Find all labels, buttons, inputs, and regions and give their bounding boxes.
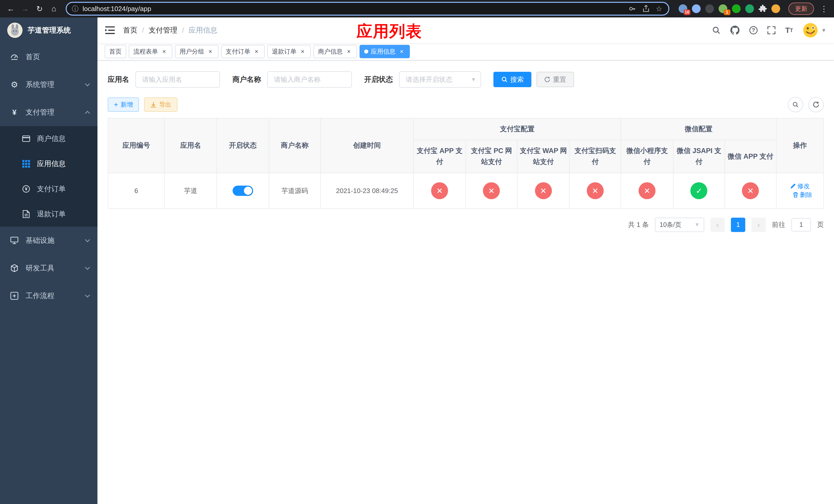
browser-update-button[interactable]: 更新: [788, 3, 814, 15]
extension-notes-icon[interactable]: [745, 4, 754, 13]
browser-profile-avatar[interactable]: [771, 4, 780, 13]
browser-menu-icon[interactable]: ⋮: [820, 4, 828, 13]
edit-button[interactable]: 修改: [790, 182, 810, 190]
breadcrumb-home[interactable]: 首页: [123, 25, 137, 35]
tab-label: 退款订单: [272, 47, 297, 55]
alipay-app-status-icon: ✕: [431, 182, 448, 199]
sidebar-item-merchant-info[interactable]: 商户信息: [0, 126, 97, 151]
cell-created: 2021-10-23 08:49:25: [321, 173, 414, 209]
search-button[interactable]: 搜索: [493, 72, 531, 87]
github-icon[interactable]: [730, 26, 740, 35]
bookmark-star-icon[interactable]: ☆: [656, 5, 662, 13]
filter-app-name: 应用名: [108, 71, 220, 88]
extension-profile-icon[interactable]: 1: [719, 4, 727, 13]
forward-icon[interactable]: →: [19, 2, 32, 15]
close-icon[interactable]: ×: [207, 48, 214, 55]
extension-badge: 10: [684, 9, 690, 15]
extensions-puzzle-icon[interactable]: [759, 5, 767, 13]
tab-label: 商户信息: [318, 47, 343, 55]
merchant-name-label: 商户名称: [232, 75, 261, 84]
menu-label: 首页: [26, 52, 40, 62]
reset-button[interactable]: 重置: [536, 72, 574, 87]
export-button-label: 导出: [159, 100, 171, 109]
export-button[interactable]: 导出: [144, 97, 177, 112]
sidebar-item-devtools[interactable]: 研发工具: [0, 254, 97, 282]
dashboard-icon: [10, 53, 19, 61]
add-button[interactable]: + 新增: [108, 97, 139, 112]
tab-label: 支付订单: [226, 47, 250, 55]
refresh-button[interactable]: [808, 97, 824, 112]
next-page-button[interactable]: ›: [751, 217, 766, 232]
goto-page-input[interactable]: [791, 218, 811, 231]
page-1-button[interactable]: 1: [731, 217, 745, 232]
extension-grid-icon[interactable]: 10: [679, 4, 687, 13]
app-logo[interactable]: 芋道管理系统: [0, 18, 97, 43]
app-name-input[interactable]: [135, 71, 220, 88]
status-select[interactable]: 请选择开启状态 ▼: [399, 71, 481, 88]
help-icon[interactable]: ?: [749, 26, 758, 35]
chevron-down-icon: [85, 237, 90, 242]
col-created: 创建时间: [321, 118, 414, 173]
sidebar-item-infrastructure[interactable]: 基础设施: [0, 227, 97, 254]
delete-button[interactable]: 删除: [793, 191, 812, 199]
tab-pay-order[interactable]: 支付订单 ×: [221, 45, 265, 58]
app-title: 芋道管理系统: [28, 25, 71, 35]
close-icon[interactable]: ×: [299, 48, 306, 55]
close-icon[interactable]: ×: [345, 48, 352, 55]
tab-merchant-info[interactable]: 商户信息 ×: [313, 45, 357, 58]
sidebar-item-app-info[interactable]: 应用信息: [0, 151, 97, 176]
sidebar-item-system[interactable]: ⚙ 系统管理: [0, 71, 97, 98]
breadcrumb-payment[interactable]: 支付管理: [149, 25, 177, 35]
close-icon[interactable]: ×: [398, 48, 405, 55]
extension-dark-icon[interactable]: [705, 4, 714, 13]
page-content: 应用名 商户名称 开启状态 请选择开启状态 ▼ 搜索: [97, 61, 834, 504]
tab-label: 首页: [109, 47, 122, 55]
filter-status: 开启状态 请选择开启状态 ▼: [364, 71, 481, 88]
home-icon[interactable]: ⌂: [47, 2, 61, 15]
extension-drop-icon[interactable]: [692, 4, 701, 13]
sidebar-toggle-icon[interactable]: [105, 26, 115, 35]
pagination: 共 1 条 10条/页 ▼ ‹ 1 › 前往 页: [108, 217, 824, 232]
key-icon[interactable]: [629, 5, 636, 13]
chevron-down-icon: [85, 81, 90, 86]
close-icon[interactable]: ×: [160, 48, 168, 55]
cell-app-name: 芋道: [164, 173, 217, 209]
tab-app-info[interactable]: 应用信息 ×: [359, 45, 410, 58]
user-menu[interactable]: ▼: [803, 23, 826, 38]
tab-refund-order[interactable]: 退款订单 ×: [267, 45, 311, 58]
merchant-name-input[interactable]: [267, 71, 352, 88]
search-icon[interactable]: [712, 26, 721, 35]
status-switch[interactable]: [233, 186, 253, 196]
font-size-icon[interactable]: TT: [785, 26, 793, 34]
address-bar[interactable]: ⓘ localhost:1024/pay/app ☆: [66, 2, 670, 16]
back-icon[interactable]: ←: [4, 2, 18, 15]
tab-label: 流程表单: [133, 47, 158, 55]
sidebar-item-home[interactable]: 首页: [0, 43, 97, 71]
breadcrumb-current: 应用信息: [189, 25, 218, 35]
extension-check-icon[interactable]: [732, 4, 741, 13]
tab-process-form[interactable]: 流程表单 ×: [129, 45, 172, 58]
tab-home[interactable]: 首页: [105, 45, 126, 58]
share-icon[interactable]: [642, 5, 650, 13]
tab-user-group[interactable]: 用户分组 ×: [175, 45, 219, 58]
fullscreen-icon[interactable]: [767, 26, 775, 35]
reload-icon[interactable]: ↻: [33, 2, 46, 15]
prev-page-button[interactable]: ‹: [710, 217, 725, 232]
col-status: 开启状态: [217, 118, 269, 173]
workflow-icon: [10, 292, 19, 300]
site-info-icon[interactable]: ⓘ: [72, 4, 79, 13]
app-window: 芋道管理系统 首页 ⚙ 系统管理 ¥ 支付管理: [0, 18, 834, 504]
col-alipay-pc: 支付宝 PC 网站支付: [466, 140, 517, 173]
payment-submenu: 商户信息 应用信息 支付订单: [0, 126, 97, 227]
toggle-search-button[interactable]: [788, 97, 803, 112]
page-unit-label: 页: [817, 220, 824, 229]
sidebar-item-pay-order[interactable]: 支付订单: [0, 176, 97, 202]
page-size-select[interactable]: 10条/页 ▼: [655, 217, 704, 232]
close-icon[interactable]: ×: [253, 48, 260, 55]
sidebar-item-payment[interactable]: ¥ 支付管理: [0, 98, 97, 126]
yen-icon: ¥: [10, 108, 19, 117]
cell-alipay-pc: ✕: [466, 173, 517, 209]
sidebar-item-refund-order[interactable]: 退款订单: [0, 202, 97, 227]
cell-status: [217, 173, 269, 209]
sidebar-item-workflow[interactable]: 工作流程: [0, 282, 97, 310]
